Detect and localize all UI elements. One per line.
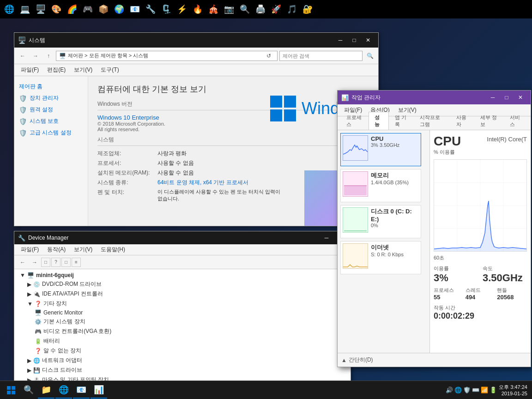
taskbar-icon-18[interactable]: 🚀 (269, 2, 284, 17)
start-button[interactable] (2, 382, 20, 399)
refresh-button[interactable]: ↺ (263, 50, 274, 61)
taskbar-icon-5[interactable]: 🌈 (65, 2, 79, 17)
perf-disk-item[interactable]: 디스크 0 (C: D: E:) 0% (340, 205, 421, 238)
menu-file[interactable]: 파일(F) (17, 65, 42, 75)
dm-menu-action[interactable]: 동작(A) (43, 245, 69, 254)
collapse-button[interactable]: ▲ 간단히(D) (341, 356, 373, 364)
tray-icon-1[interactable]: 🔊 (446, 387, 453, 393)
sidebar-device-manager[interactable]: 🛡️ 장치 관리자 (14, 92, 88, 104)
taskbar-icon-2[interactable]: 💻 (18, 2, 32, 17)
taskbar-icon-13[interactable]: 🔥 (190, 2, 205, 17)
windows-logo-icon (269, 95, 297, 122)
taskbar-icon-20[interactable]: 🔐 (300, 2, 315, 17)
taskbar-mail-app[interactable]: 📧 (73, 382, 90, 399)
dm-help-button[interactable]: ? (51, 258, 60, 267)
dm-dvd-icon: 💿 (33, 281, 40, 288)
sidebar-remote[interactable]: 🛡️ 원격 설정 (14, 104, 88, 115)
perf-net-item[interactable]: 이더넷 S: 0 R: 0 Kbps (340, 241, 421, 274)
dm-dvd-item[interactable]: ▶ 💿 DVD/CD-ROM 드라이브 (18, 279, 347, 289)
svg-rect-15 (12, 386, 15, 390)
dm-menu-file[interactable]: 파일(F) (17, 245, 42, 254)
dm-view-button[interactable]: ≡ (72, 258, 81, 267)
tm-minimize-button[interactable]: ─ (486, 93, 499, 102)
perf-mem-item[interactable]: 메모리 1.4/4.0GB (35%) (340, 169, 421, 202)
tab-processes[interactable]: 프로세스 (340, 112, 369, 130)
taskbar-icon-3[interactable]: 🖥️ (33, 2, 48, 17)
dm-other-item[interactable]: ▼ ❓ 기타 장치 (18, 299, 347, 308)
taskbar-icon-19[interactable]: 🎵 (284, 2, 299, 17)
system-maximize-button[interactable]: □ (348, 36, 361, 45)
cpu-util-label: % 이용률 (434, 149, 461, 156)
taskbar-icon-6[interactable]: 🎮 (80, 2, 95, 17)
tab-performance[interactable]: 성능 (369, 112, 389, 130)
menu-edit[interactable]: 편집(E) (43, 65, 69, 75)
dm-unknown-item[interactable]: ❓ 알 수 없는 장치 (18, 346, 347, 356)
taskbar-search-app[interactable]: 🔍 (20, 382, 37, 399)
tab-details[interactable]: 세부 정보 (474, 112, 504, 130)
dm-menu-view[interactable]: 보기(V) (70, 245, 96, 254)
dm-minimize-button[interactable]: ─ (320, 233, 333, 242)
taskbar-icon-17[interactable]: 🖨️ (253, 2, 268, 17)
taskbar-clock[interactable]: 오후 3:47:24 2019-01-25 (499, 384, 527, 396)
menu-view[interactable]: 보기(V) (70, 65, 96, 75)
taskbar-icon-11[interactable]: 🗜️ (159, 2, 174, 17)
taskbar-task-app[interactable]: 📊 (91, 382, 107, 399)
taskbar-ie-app[interactable]: 🌐 (55, 382, 72, 399)
tray-icon-6[interactable]: 🔋 (490, 387, 497, 393)
search-input[interactable] (279, 51, 363, 61)
dm-menu-help[interactable]: 도움말(H) (97, 245, 129, 254)
tab-app-history[interactable]: 앱 기록 (389, 112, 414, 130)
forward-button[interactable]: → (30, 50, 41, 61)
dm-monitor-item[interactable]: 🖥️ Generic Monitor (18, 308, 347, 317)
taskbar-icon-15[interactable]: 📷 (222, 2, 236, 17)
tray-icon-2[interactable]: 🌐 (454, 387, 462, 393)
back-button[interactable]: ← (17, 50, 28, 61)
dm-unknown-icon: ❓ (35, 348, 42, 354)
taskbar-explorer-app[interactable]: 📁 (38, 382, 54, 399)
taskbar-icon-1[interactable]: 🌐 (2, 2, 17, 17)
dm-back-button[interactable]: ← (17, 257, 28, 268)
taskbar-icon-16[interactable]: 🔍 (237, 2, 252, 17)
sidebar-home[interactable]: 제어판 홈 (14, 81, 88, 92)
taskbar-icon-8[interactable]: 🌍 (112, 2, 127, 17)
dm-battery-sub-item[interactable]: 🔋 배터리 (18, 336, 347, 346)
address-path[interactable]: 🖥️ 제어판 > 모든 제어판 항목 > 시스템 ↺ (56, 51, 278, 61)
dm-ide-item[interactable]: ▶ 🔌 IDE ATA/ATAPI 컨트롤러 (18, 289, 347, 299)
dm-forward-button[interactable]: → (29, 257, 40, 268)
tab-startup[interactable]: 시작프로그램 (414, 112, 450, 130)
sidebar-protection[interactable]: 🛡️ 시스템 보호 (14, 115, 88, 127)
system-minimize-button[interactable]: ─ (334, 36, 347, 45)
tm-maximize-button[interactable]: □ (500, 93, 513, 102)
tab-users[interactable]: 사용자 (450, 112, 474, 130)
dm-properties-button[interactable]: □ (61, 258, 71, 267)
up-button[interactable]: ↑ (43, 50, 54, 61)
dm-computer-icon: 🖥️ (27, 272, 34, 278)
dm-vga-item[interactable]: 🎮 비디오 컨트롤러(VGA 호환) (18, 326, 347, 336)
dm-network-item[interactable]: ▶ 🌐 네트워크 어댑터 (18, 356, 347, 365)
tray-icon-5[interactable]: 📶 (481, 387, 488, 393)
dm-root-item[interactable]: ▼ 🖥️ minint-6gqueij (18, 271, 347, 279)
dm-disk-item[interactable]: ▶ 💾 디스크 드라이브 (18, 365, 347, 375)
taskbar-icon-7[interactable]: 📦 (96, 2, 111, 17)
tab-services[interactable]: 서비스 (504, 112, 528, 130)
search-button[interactable]: 🔍 (364, 50, 375, 61)
perf-cpu-item[interactable]: CPU 3% 3.50GHz (340, 133, 421, 166)
taskbar-icon-9[interactable]: 📧 (127, 2, 142, 17)
dm-disk-label: 디스크 드라이브 (42, 366, 82, 374)
tm-close-button[interactable]: ✕ (514, 93, 527, 102)
taskbar-icon-10[interactable]: 🔧 (143, 2, 158, 17)
system-content: 제어판 홈 🛡️ 장치 관리자 🛡️ 원격 설정 🛡️ 시스템 보호 🛡️ 고급… (14, 76, 378, 226)
taskbar-icon-14[interactable]: 🎪 (206, 2, 221, 17)
menu-tools[interactable]: 도구(T) (97, 65, 122, 75)
dm-up-button[interactable]: □ (41, 258, 50, 267)
dm-title: Device Manager (28, 235, 317, 241)
dm-basic-system-item[interactable]: ⚙️ 기본 시스템 장치 (18, 317, 347, 326)
system-window-icon: 🖥️ (18, 36, 26, 44)
tray-icon-4[interactable]: ⌨️ (472, 387, 479, 393)
taskbar-icon-12[interactable]: ⚡ (175, 2, 189, 17)
tray-icon-3[interactable]: 🛡️ (463, 387, 471, 393)
system-close-button[interactable]: ✕ (362, 36, 375, 45)
sidebar-advanced[interactable]: 🛡️ 고급 시스템 설정 (14, 127, 88, 139)
taskbar-icon-4[interactable]: 🎨 (49, 2, 64, 17)
cpu-header: CPU % 이용률 Intel(R) Core(T (434, 134, 527, 157)
